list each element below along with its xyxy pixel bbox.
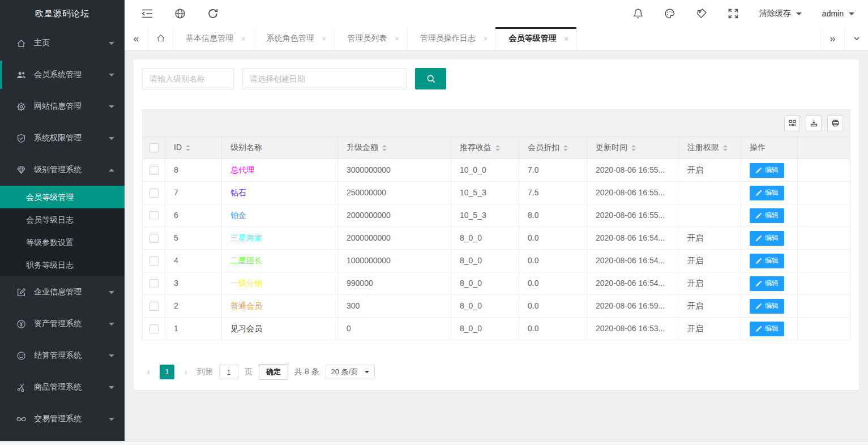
tag-icon[interactable] [696, 8, 707, 19]
row-filler-cell [798, 182, 850, 204]
tabs-scroll-left-button[interactable]: « [125, 27, 148, 50]
confirm-page-button[interactable]: 确定 [259, 364, 288, 380]
shield-icon [16, 133, 26, 143]
column-header[interactable]: 更新时间 [587, 137, 679, 159]
sort-icon[interactable] [186, 145, 190, 151]
column-header[interactable]: 会员折扣 [519, 137, 587, 159]
home-tab[interactable] [148, 27, 173, 50]
tab-label: 管理员列表 [347, 33, 387, 44]
row-checkbox[interactable] [149, 166, 159, 175]
prev-page-button[interactable]: ‹ [143, 365, 153, 379]
goto-page-input[interactable] [219, 365, 238, 379]
menu-fold-icon[interactable] [142, 8, 153, 19]
edit-button[interactable]: 编辑 [750, 186, 784, 200]
column-header[interactable]: 升级金额 [338, 137, 451, 159]
palette-icon[interactable] [664, 8, 675, 19]
row-checkbox[interactable] [149, 211, 159, 220]
level-name-input[interactable] [142, 68, 234, 89]
row-checkbox-cell [143, 318, 165, 340]
row-checkbox[interactable] [149, 324, 159, 333]
column-header: 操作 [741, 137, 798, 159]
member-discount-cell: 0.0 [519, 318, 587, 340]
sidebar-item[interactable]: 商品管理系统 [0, 371, 125, 403]
close-tab-icon[interactable]: × [322, 35, 327, 43]
close-tab-icon[interactable]: × [564, 35, 568, 43]
refresh-icon[interactable] [207, 8, 219, 19]
sidebar-item[interactable]: 系统权限管理 [0, 122, 125, 154]
edit-button[interactable]: 编辑 [750, 276, 784, 291]
row-filler-cell [798, 250, 850, 272]
user-dropdown[interactable]: admin [822, 9, 854, 18]
sort-icon[interactable] [723, 145, 728, 151]
close-tab-icon[interactable]: × [395, 35, 399, 43]
scissors-icon [16, 382, 26, 392]
caret-down-icon [849, 12, 854, 18]
close-tab-icon[interactable]: × [241, 35, 246, 43]
export-button[interactable] [806, 115, 822, 131]
column-header[interactable]: ID [165, 137, 222, 159]
globe-icon[interactable] [174, 8, 186, 19]
referral-income-cell: 10_5_3 [451, 182, 519, 204]
table-row: 3一级分销9900008_0_00.02020-08-06 16:54...开启… [143, 272, 850, 295]
header-right: 清除缓存 admin [632, 8, 854, 19]
column-header[interactable]: 注册权限 [679, 137, 741, 159]
sidebar-item[interactable]: 会员系统管理 [0, 59, 125, 91]
edit-button[interactable]: 编辑 [750, 254, 784, 268]
close-tab-icon[interactable]: × [484, 35, 488, 43]
edit-button[interactable]: 编辑 [750, 208, 784, 223]
toggle-columns-button[interactable] [784, 115, 800, 131]
row-id-cell: 4 [165, 250, 222, 272]
search-button[interactable] [415, 68, 446, 89]
sort-icon[interactable] [382, 145, 387, 151]
sort-icon[interactable] [563, 145, 568, 151]
sidebar-item[interactable]: 企业信息管理 [0, 276, 125, 308]
register-permission-cell: 开启 [679, 295, 741, 317]
sort-icon[interactable] [631, 145, 636, 151]
tab[interactable]: 管理员操作日志× [408, 27, 497, 50]
sidebar-item[interactable]: 主页 [0, 27, 125, 59]
sidebar-subitem[interactable]: 会员等级日志 [0, 208, 125, 231]
pencil-icon [755, 235, 762, 242]
sidebar-item[interactable]: 结算管理系统 [0, 340, 125, 371]
column-header[interactable]: 推荐收益 [451, 137, 519, 159]
sidebar-item[interactable]: 交易管理系统 [0, 403, 125, 435]
sidebar-subitem[interactable]: 职务等级日志 [0, 254, 125, 276]
edit-button[interactable]: 编辑 [750, 231, 784, 246]
next-page-button[interactable]: › [181, 365, 191, 379]
expand-icon[interactable] [728, 8, 739, 19]
sidebar-item[interactable]: 级别管理系统 [0, 154, 125, 186]
horizontal-scrollbar[interactable] [0, 441, 868, 445]
select-all-checkbox[interactable] [149, 143, 159, 152]
row-checkbox[interactable] [149, 279, 159, 288]
print-button[interactable] [827, 115, 843, 131]
column-header-label: 会员折扣 [528, 143, 559, 152]
sidebar-item[interactable]: 资产管理系统 [0, 308, 125, 340]
sidebar-subitem[interactable]: 会员等级管理 [0, 186, 125, 208]
export-icon [810, 119, 818, 127]
edit-button[interactable]: 编辑 [750, 322, 784, 336]
action-cell: 编辑 [741, 295, 798, 317]
sidebar-subitem[interactable]: 等级参数设置 [0, 231, 125, 254]
bell-icon[interactable] [632, 8, 644, 19]
tabs-scroll-right-button[interactable]: » [820, 27, 844, 50]
page-1-button[interactable]: 1 [160, 365, 174, 379]
tab[interactable]: 基本信息管理× [173, 27, 254, 50]
edit-button[interactable]: 编辑 [750, 163, 784, 178]
tab[interactable]: 管理员列表× [335, 27, 408, 50]
tab[interactable]: 系统角色管理× [254, 27, 335, 50]
create-date-input[interactable] [242, 68, 407, 89]
row-checkbox[interactable] [149, 189, 159, 198]
row-checkbox[interactable] [149, 234, 159, 243]
sort-icon[interactable] [495, 145, 500, 151]
tab[interactable]: 会员等级管理× [496, 27, 577, 50]
table-row: 4二星团长10000000008_0_00.02020-08-06 16:54.… [143, 250, 850, 272]
referral-income-cell: 8_0_0 [451, 272, 519, 294]
edit-button[interactable]: 编辑 [750, 299, 784, 314]
page-size-select[interactable]: 20 条/页 [326, 365, 375, 379]
row-checkbox[interactable] [149, 302, 159, 311]
sidebar-item[interactable]: 网站信息管理 [0, 91, 125, 122]
clear-cache-dropdown[interactable]: 清除缓存 [759, 8, 802, 19]
chevron-down-icon [109, 323, 114, 328]
tabs-menu-button[interactable] [844, 27, 868, 50]
row-checkbox[interactable] [149, 256, 159, 266]
